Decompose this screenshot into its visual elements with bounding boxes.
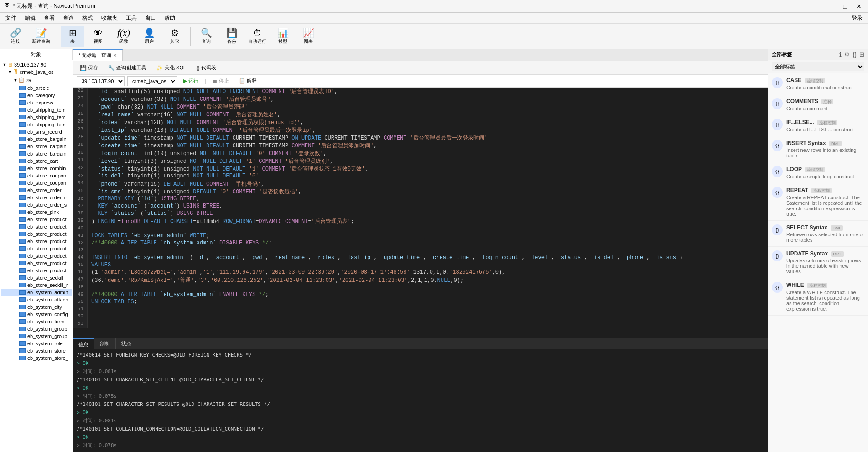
toolbar-connect[interactable]: 🔗 连接: [4, 26, 27, 47]
left-panel-tab-objects[interactable]: 对象: [0, 49, 73, 60]
snippet-item[interactable]: {} WHILE 流程控制 Create a WHILE construct. …: [768, 278, 868, 316]
snippet-item[interactable]: {} INSERT Syntax DML Insert new rows int…: [768, 136, 868, 162]
line-content[interactable]: INSERT INTO `eb_system_admin` (`id`, `ac…: [88, 255, 682, 262]
run-button[interactable]: ▶ 运行: [180, 77, 202, 85]
close-button[interactable]: ✕: [853, 2, 864, 11]
minimize-button[interactable]: —: [825, 2, 837, 11]
tab-close-button[interactable]: ✕: [113, 53, 117, 58]
menu-window[interactable]: 窗口: [141, 13, 160, 23]
tree-table-item[interactable]: eb_store_cart: [1, 157, 72, 165]
line-content[interactable]: `level` tinyint(3) unsigned NOT NULL DEF…: [88, 157, 333, 165]
tree-table-item[interactable]: eb_store_product: [1, 252, 72, 260]
query-tab-active[interactable]: * 无标题 - 查询 ✕: [73, 49, 123, 61]
menu-tools[interactable]: 工具: [122, 13, 140, 23]
line-content[interactable]: KEY `status` (`status`) USING BTREE: [88, 210, 213, 218]
tree-table-item[interactable]: eb_store_bargain: [1, 143, 72, 150]
toolbar-view[interactable]: 👁 视图: [86, 26, 110, 47]
snippet-item[interactable]: {} COMMENTS 注释 Create a comment: [768, 94, 868, 115]
menu-view[interactable]: 查看: [40, 13, 58, 23]
tree-root[interactable]: ▼ 🖥 39.103.137.90: [1, 61, 72, 68]
tree-table-item[interactable]: eb_store_bargain: [1, 135, 72, 143]
tree-table-item[interactable]: eb_system_group: [1, 325, 72, 333]
database-select[interactable]: crmeb_java_os: [127, 76, 177, 86]
menu-query[interactable]: 查询: [59, 13, 78, 23]
tree-table-item[interactable]: eb_shipping_tem: [1, 121, 72, 128]
line-content[interactable]: [88, 247, 91, 255]
snippet-item[interactable]: {} IF...ELSE... 流程控制 Create a IF...ELSE.…: [768, 115, 868, 136]
toolbar-other[interactable]: ⚙ 其它: [163, 26, 187, 47]
tree-table-item[interactable]: eb_store_order_ir: [1, 194, 72, 201]
tree-table-item[interactable]: eb_store_bargain: [1, 150, 72, 157]
tree-table-item[interactable]: eb_system_attach: [1, 296, 72, 303]
tree-table-item[interactable]: eb_category: [1, 92, 72, 99]
tree-table-item[interactable]: eb_store_coupon: [1, 179, 72, 187]
line-content[interactable]: PRIMARY KEY (`id`) USING BTREE,: [88, 196, 200, 203]
snippet-item[interactable]: {} LOOP 流程控制 Create a simple loop constr…: [768, 162, 868, 183]
line-content[interactable]: `account` varchar(32) NOT NULL COMMENT '…: [88, 95, 274, 103]
tree-table-item[interactable]: eb_store_product: [1, 267, 72, 274]
tree-table-item[interactable]: eb_system_store_: [1, 354, 72, 362]
line-content[interactable]: VALUES: [88, 262, 111, 269]
snippet-item[interactable]: {} CASE 流程控制 Create a conditional constr…: [768, 73, 868, 94]
line-content[interactable]: `update_time` timestamp NOT NULL DEFAULT…: [88, 134, 491, 142]
line-content[interactable]: `last_ip` varchar(16) DEFAULT NULL COMME…: [88, 126, 316, 134]
menu-favorites[interactable]: 收藏夹: [98, 13, 121, 23]
info-icon[interactable]: ℹ: [839, 51, 842, 58]
tree-table-item[interactable]: eb_sms_record: [1, 128, 72, 135]
tree-table-item[interactable]: eb_store_seckill_r: [1, 281, 72, 289]
line-content[interactable]: `id` smallint(5) unsigned NOT NULL AUTO_…: [88, 88, 338, 95]
line-content[interactable]: (1,'admin','L8qdg72wbeQ=','admin','1','1…: [88, 269, 505, 276]
line-content[interactable]: `is_sms` tinyint(1) unsigned DEFAULT '0'…: [88, 188, 301, 196]
user-login[interactable]: 登录: [848, 13, 866, 23]
line-content[interactable]: KEY `account` (`account`) USING BTREE,: [88, 203, 223, 210]
tree-table-item[interactable]: eb_store_order_s: [1, 201, 72, 208]
tree-table-item[interactable]: eb_store_product: [1, 238, 72, 245]
bottom-tab-info[interactable]: 信息: [73, 338, 94, 349]
line-content[interactable]: [88, 306, 91, 313]
save-button[interactable]: 💾 保存: [77, 63, 101, 73]
toolbar-chart[interactable]: 📈 图表: [296, 26, 320, 47]
line-content[interactable]: [88, 225, 91, 233]
line-content[interactable]: (36,'demo','Rb/KmlSjAxI=','普通','3','60.2…: [88, 276, 463, 284]
beautify-button[interactable]: ✨ 美化 SQL: [153, 63, 189, 73]
tree-table-item[interactable]: eb_system_group: [1, 333, 72, 340]
toolbar-user[interactable]: 👤 用户: [137, 26, 161, 47]
tree-table-item[interactable]: eb_store_product: [1, 260, 72, 267]
title-bar-controls[interactable]: — □ ✕: [825, 2, 864, 11]
line-content[interactable]: UNLOCK TABLES;: [88, 299, 137, 306]
tree-table-item[interactable]: eb_system_admin: [1, 289, 72, 296]
menu-help[interactable]: 帮助: [161, 13, 179, 23]
snippet-category-select[interactable]: 全部标签: [772, 62, 864, 71]
toolbar-query[interactable]: 🔍 查询: [194, 26, 218, 47]
tree-table-item[interactable]: eb_store_seckill: [1, 274, 72, 281]
tree-table-item[interactable]: eb_express: [1, 99, 72, 106]
line-content[interactable]: /*!40000 ALTER TABLE `eb_system_admin` E…: [88, 291, 269, 299]
tree-table-item[interactable]: eb_store_product: [1, 216, 72, 223]
explain-button[interactable]: 📋 解释: [235, 77, 260, 85]
braces-icon[interactable]: {}: [852, 51, 857, 58]
snippet-item[interactable]: {} UPDATE Syntax DML Updates columns of …: [768, 247, 868, 278]
grid-icon[interactable]: ⊞: [859, 51, 864, 58]
line-content[interactable]: `create_time` timestamp NOT NULL DEFAULT…: [88, 142, 377, 150]
line-content[interactable]: ) ENGINE=InnoDB DEFAULT CHARSET=utf8mb4 …: [88, 218, 354, 225]
sql-editor[interactable]: 22 `id` smallint(5) unsigned NOT NULL AU…: [73, 88, 768, 338]
toolbar-table[interactable]: ⊞ 表: [61, 26, 84, 47]
maximize-button[interactable]: □: [841, 2, 850, 11]
tree-table-item[interactable]: eb_system_form_t: [1, 318, 72, 325]
toolbar-new-query[interactable]: 📝 新建查询: [29, 26, 53, 47]
line-content[interactable]: `roles` varchar(128) NOT NULL COMMENT '后…: [88, 119, 304, 126]
query-creator-button[interactable]: 🔧 查询创建工具: [105, 63, 150, 73]
menu-edit[interactable]: 编辑: [21, 13, 39, 23]
line-content[interactable]: `status` tinyint(1) unsigned NOT NULL DE…: [88, 165, 368, 173]
tree-table-item[interactable]: eb_store_combin: [1, 165, 72, 172]
tree-table-item[interactable]: eb_shipping_tem: [1, 114, 72, 121]
tree-table-item[interactable]: eb_store_coupon: [1, 172, 72, 179]
tree-table-item[interactable]: eb_store_product: [1, 245, 72, 252]
tree-table-item[interactable]: eb_system_store: [1, 347, 72, 354]
tree-db[interactable]: ▼ 🗄 crmeb_java_os: [1, 68, 72, 76]
code-snippet-button[interactable]: {} 代码段: [193, 63, 219, 73]
tree-table-item[interactable]: eb_article: [1, 84, 72, 92]
tree-table-item[interactable]: eb_store_product: [1, 223, 72, 230]
bottom-tab-status[interactable]: 状态: [116, 338, 137, 349]
tree-table-item[interactable]: eb_system_config: [1, 311, 72, 318]
